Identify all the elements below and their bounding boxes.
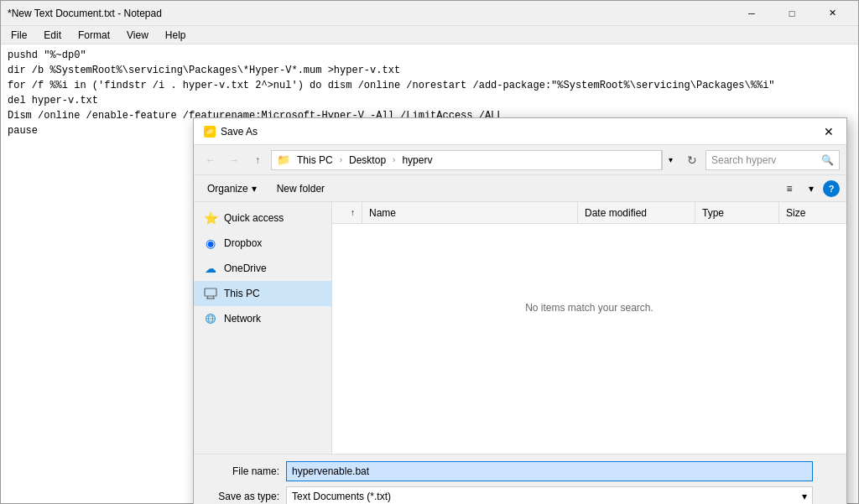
dialog-folder-icon: 📁 [204, 126, 216, 138]
sidebar-item-thispc[interactable]: This PC [194, 281, 331, 306]
address-chevron-1: › [340, 155, 342, 164]
view-icon: ≡ [786, 183, 792, 195]
column-type[interactable]: Type [695, 202, 779, 224]
address-folder-icon: 📁 [277, 153, 290, 166]
dialog-overlay: 📁 Save As ✕ ← → ↑ 📁 This PC › Desktop › … [0, 0, 859, 504]
filetype-dropdown[interactable]: Text Documents (*.txt) ▾ [286, 486, 813, 504]
filetype-row: Save as type: Text Documents (*.txt) ▾ [204, 486, 836, 504]
network-icon [204, 312, 217, 325]
sidebar-label-dropbox: Dropbox [224, 237, 262, 249]
dialog-title-area: 📁 Save As [204, 126, 258, 138]
thispc-icon [204, 287, 217, 300]
quickaccess-icon: ⭐ [204, 211, 217, 225]
organize-button[interactable]: Organize ▾ [200, 179, 263, 199]
refresh-button[interactable]: ↻ [682, 150, 702, 170]
address-chevron-2: › [393, 155, 395, 164]
view-options-button[interactable]: ≡ [779, 179, 799, 199]
organize-arrow-icon: ▾ [252, 183, 257, 195]
filetype-arrow-icon: ▾ [802, 491, 807, 502]
search-box[interactable]: Search hyperv 🔍 [705, 150, 840, 170]
address-dropdown-button[interactable]: ▾ [662, 150, 679, 170]
file-list: ↑ Name Date modified Type Size [332, 202, 846, 454]
address-part-desktop[interactable]: Desktop [346, 153, 389, 168]
dropbox-icon: ◉ [204, 236, 217, 250]
dialog-main: ⭐ Quick access ◉ Dropbox ☁ OneDrive [194, 202, 846, 454]
empty-message: No items match your search. [332, 224, 846, 392]
filetype-label: Save as type: [204, 491, 279, 502]
sort-icon-area: ↑ [332, 202, 362, 224]
dialog-close-button[interactable]: ✕ [818, 121, 840, 143]
dialog-titlebar: 📁 Save As ✕ [194, 118, 846, 145]
column-name[interactable]: Name [362, 202, 578, 224]
dialog-commandbar: Organize ▾ New folder ≡ ▾ ? [194, 175, 846, 202]
address-part-thispc[interactable]: This PC [294, 153, 336, 168]
up-button[interactable]: ↑ [247, 150, 268, 170]
sidebar: ⭐ Quick access ◉ Dropbox ☁ OneDrive [194, 202, 332, 454]
sidebar-label-onedrive: OneDrive [224, 262, 267, 274]
address-part-hyperv[interactable]: hyperv [398, 153, 435, 168]
filename-input[interactable] [286, 461, 813, 481]
sidebar-label-quickaccess: Quick access [224, 212, 284, 224]
onedrive-icon: ☁ [204, 262, 217, 275]
forward-button[interactable]: → [224, 150, 244, 170]
organize-label: Organize [207, 183, 248, 195]
column-date[interactable]: Date modified [578, 202, 695, 224]
file-list-header: ↑ Name Date modified Type Size [332, 202, 846, 224]
svg-rect-0 [205, 288, 216, 296]
save-as-dialog: 📁 Save As ✕ ← → ↑ 📁 This PC › Desktop › … [193, 117, 847, 504]
sidebar-item-onedrive[interactable]: ☁ OneDrive [194, 256, 331, 281]
sidebar-item-network[interactable]: Network [194, 306, 331, 331]
view-dropdown-button[interactable]: ▾ [801, 179, 821, 199]
dialog-toolbar: ← → ↑ 📁 This PC › Desktop › hyperv ▾ ↻ S… [194, 145, 846, 175]
sort-icon: ↑ [351, 208, 355, 217]
column-size[interactable]: Size [779, 202, 846, 224]
back-button[interactable]: ← [200, 150, 221, 170]
new-folder-button[interactable]: New folder [270, 179, 331, 199]
help-button[interactable]: ? [823, 180, 840, 197]
sidebar-label-network: Network [224, 313, 261, 325]
filename-row: File name: [204, 461, 836, 481]
sidebar-item-dropbox[interactable]: ◉ Dropbox [194, 231, 331, 256]
filetype-value: Text Documents (*.txt) [292, 491, 391, 502]
search-placeholder: Search hyperv [711, 154, 821, 166]
address-bar-container: 📁 This PC › Desktop › hyperv ▾ [271, 150, 679, 170]
view-dropdown-arrow-icon: ▾ [809, 183, 814, 195]
filename-label: File name: [204, 465, 279, 477]
address-bar[interactable]: 📁 This PC › Desktop › hyperv [271, 150, 662, 170]
search-icon: 🔍 [821, 154, 834, 166]
dialog-bottom: File name: Save as type: Text Documents … [194, 454, 846, 504]
dialog-title-text: Save As [221, 126, 258, 138]
sidebar-label-thispc: This PC [224, 288, 260, 299]
view-btn-group: ≡ ▾ ? [779, 179, 840, 199]
sidebar-item-quickaccess[interactable]: ⭐ Quick access [194, 205, 331, 231]
